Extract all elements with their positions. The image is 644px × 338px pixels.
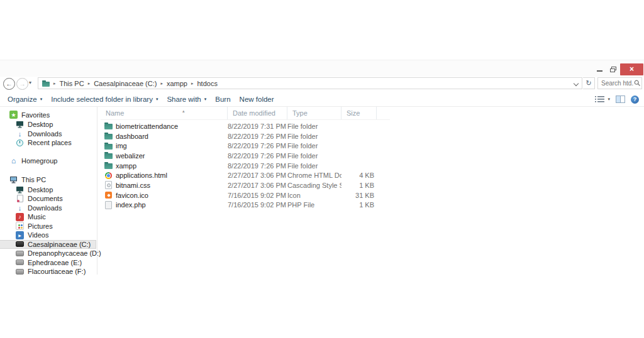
column-header-size[interactable]: Size <box>341 107 377 119</box>
search-icon <box>634 80 641 87</box>
file-size: 4 KB <box>341 172 377 179</box>
file-name: applications.html <box>116 172 228 179</box>
sidebar-item-flacourtiaceae-f[interactable]: Flacourtiaceae (F:) <box>0 267 96 276</box>
sidebar-item-music[interactable]: ♪Music <box>0 212 96 222</box>
view-dropdown-icon[interactable]: ▾ <box>608 97 610 102</box>
sidebar-item-label: Music <box>28 213 46 221</box>
chevron-down-icon: ▾ <box>156 97 158 102</box>
search-input[interactable] <box>598 80 634 87</box>
breadcrumb-item-this-pc[interactable]: This PC <box>58 80 86 87</box>
minimize-button[interactable] <box>592 63 606 75</box>
desktop-icon <box>16 185 24 194</box>
file-size: 1 KB <box>341 201 377 209</box>
sidebar-item-drepanophycaceae-d[interactable]: Drepanophycaceae (D:) <box>0 249 96 258</box>
column-header-type[interactable]: Type <box>287 107 341 119</box>
breadcrumb-item-htdocs[interactable]: htdocs <box>196 80 219 87</box>
preview-pane-icon[interactable] <box>616 95 625 103</box>
favorites-icon: ★ <box>9 111 18 119</box>
breadcrumb-separator-icon: ▸ <box>189 81 196 86</box>
file-row-index-php[interactable]: index.php7/16/2015 9:02 PMPHP File1 KB <box>101 200 390 210</box>
drive-c-icon <box>16 240 24 248</box>
file-list-area: Name▴Date modifiedTypeSize biometricatte… <box>101 107 390 210</box>
forward-button[interactable]: → <box>16 78 28 90</box>
sidebar-section-label: Homegroup <box>21 157 57 165</box>
sidebar-section-this-pc[interactable]: This PC <box>0 175 96 185</box>
php-icon <box>104 201 113 209</box>
homegroup-icon: ⌂ <box>9 157 18 165</box>
sidebar-section-label: This PC <box>21 176 46 183</box>
toolbar-button-label: Include selected folder in library <box>51 95 153 103</box>
chevron-down-icon: ▾ <box>204 97 207 102</box>
file-name: index.php <box>116 201 228 209</box>
file-type: PHP File <box>287 201 341 209</box>
file-name: xampp <box>116 162 228 170</box>
file-name: favicon.ico <box>116 192 228 199</box>
toolbar-view-controls: ▾ ? <box>595 94 639 105</box>
toolbar-button-burn[interactable]: Burn <box>215 95 230 103</box>
sidebar-item-documents[interactable]: Documents <box>0 194 96 204</box>
address-bar[interactable]: ▸This PC▸Caesalpinaceae (C:)▸xampp▸htdoc… <box>38 77 582 89</box>
sidebar-item-caesalpinaceae-c[interactable]: Caesalpinaceae (C:) <box>0 240 96 249</box>
file-row-xampp[interactable]: xampp8/22/2019 7:26 PMFile folder <box>101 161 390 171</box>
search-box[interactable] <box>597 77 642 89</box>
column-header-date-modified[interactable]: Date modified <box>228 107 287 119</box>
sidebar-item-desktop[interactable]: Desktop <box>0 120 96 129</box>
file-type: File folder <box>287 152 341 160</box>
breadcrumb-separator-icon: ▸ <box>52 81 58 86</box>
file-row-img[interactable]: img8/22/2019 7:26 PMFile folder <box>101 141 390 151</box>
toolbar-button-organize[interactable]: Organize▾ <box>8 95 42 103</box>
explorer-screenshot: × ← → ▾ ▸This PC▸Caesalpinaceae (C:)▸xam… <box>0 0 644 338</box>
help-icon[interactable]: ? <box>631 95 639 104</box>
sidebar-section-favorites[interactable]: ★Favorites <box>0 109 96 120</box>
sidebar-item-pictures[interactable]: Pictures <box>0 222 96 231</box>
videos-icon: ▶ <box>16 231 24 239</box>
file-date-modified: 8/22/2019 7:26 PM <box>228 152 287 160</box>
close-button[interactable]: × <box>620 63 643 75</box>
toolbar-button-include-selected-folder-in-library[interactable]: Include selected folder in library▾ <box>51 95 158 103</box>
toolbar-button-new-folder[interactable]: New folder <box>240 95 274 103</box>
desktop-icon <box>16 121 24 129</box>
folder-icon <box>104 151 113 160</box>
sidebar-item-ephedraceae-e[interactable]: Ephedraceae (E:) <box>0 258 96 268</box>
breadcrumb-item-caesalpinaceae-c[interactable]: Caesalpinaceae (C:) <box>92 80 158 87</box>
file-date-modified: 8/22/2019 7:31 PM <box>228 123 287 130</box>
sidebar-item-recent-places[interactable]: Recent places <box>0 138 96 148</box>
sidebar-item-downloads[interactable]: ↓Downloads <box>0 204 96 213</box>
file-row-biometricattendance[interactable]: biometricattendance8/22/2019 7:31 PMFile… <box>101 121 390 131</box>
pane-divider[interactable] <box>97 107 97 275</box>
column-headers: Name▴Date modifiedTypeSize <box>101 107 390 120</box>
downloads-icon: ↓ <box>16 204 24 212</box>
file-row-applications-html[interactable]: applications.html2/27/2017 3:06 PMChrome… <box>101 170 390 180</box>
file-type: Cascading Style Sh... <box>287 182 341 189</box>
refresh-button[interactable]: ↻ <box>583 77 595 89</box>
file-row-webalizer[interactable]: webalizer8/22/2019 7:26 PMFile folder <box>101 151 390 161</box>
file-row-favicon-ico[interactable]: favicon.ico7/16/2015 9:02 PMIcon31 KB <box>101 190 390 200</box>
file-type: Chrome HTML Doc... <box>287 172 341 179</box>
sidebar-section-homegroup[interactable]: ⌂Homegroup <box>0 156 96 166</box>
file-name: webalizer <box>116 152 228 160</box>
file-row-bitnami-css[interactable]: bitnami.css2/27/2017 3:06 PMCascading St… <box>101 180 390 190</box>
column-header-name[interactable]: Name▴ <box>101 107 228 119</box>
sidebar-item-videos[interactable]: ▶Videos <box>0 231 96 240</box>
folder-icon <box>104 161 113 170</box>
address-dropdown-icon[interactable] <box>574 81 579 86</box>
breadcrumb-item-xampp[interactable]: xampp <box>165 80 189 87</box>
toolbar-button-label: New folder <box>240 95 274 103</box>
back-button[interactable]: ← <box>3 78 15 90</box>
details-view-icon[interactable] <box>595 95 604 103</box>
sidebar-item-label: Drepanophycaceae (D:) <box>28 249 101 257</box>
drive-icon <box>16 249 24 258</box>
sidebar-item-downloads[interactable]: ↓Downloads <box>0 129 96 139</box>
sidebar-item-desktop[interactable]: Desktop <box>0 185 96 195</box>
folder-icon <box>104 142 113 150</box>
file-row-dashboard[interactable]: dashboard8/22/2019 7:26 PMFile folder <box>101 131 390 141</box>
folder-icon <box>104 132 113 140</box>
sidebar-item-label: Flacourtiaceae (F:) <box>28 268 86 275</box>
xampp-icon <box>104 191 113 199</box>
sidebar-item-label: Desktop <box>28 121 53 128</box>
file-date-modified: 8/22/2019 7:26 PM <box>228 142 287 150</box>
toolbar-button-share-with[interactable]: Share with▾ <box>167 95 206 103</box>
recent-locations-dropdown[interactable]: ▾ <box>29 80 31 85</box>
file-size: 1 KB <box>341 182 377 189</box>
restore-button[interactable] <box>606 63 620 75</box>
